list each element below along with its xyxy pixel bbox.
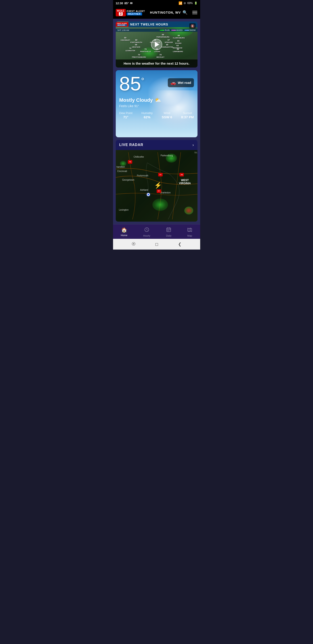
logo-first-alert: FIRST ALERT — [127, 10, 145, 12]
android-back-button[interactable]: ❮ — [178, 242, 181, 247]
svg-rect-6 — [170, 230, 170, 230]
system-nav-bar: ⦿ ◻ ❮ — [113, 239, 200, 250]
video-title: NEXT TWELVE HOURS — [130, 22, 168, 26]
nav-hourly-label: Hourly — [143, 234, 150, 237]
logo-weather: WEATHER — [127, 12, 142, 16]
android-home-button[interactable]: ◻ — [155, 242, 158, 247]
nav-daily-label: Daily — [166, 234, 171, 237]
battery-icon: 🔋 — [194, 2, 198, 5]
volume-icon[interactable]: 🔇 — [189, 23, 196, 28]
temp-number: 85 — [119, 72, 141, 94]
video-legend: RAIN MIXED SNOW — [160, 29, 196, 31]
logo-channel-number: 3 — [119, 12, 123, 16]
stat-wind: Wind SSW 6 — [162, 111, 172, 119]
location-text: HUNTINGTON, WV — [150, 11, 181, 14]
radar-city-chillicothe: Chillicothe — [134, 156, 144, 158]
radar-city-lexington: Lexington — [119, 209, 128, 211]
highway-77-north: 77 — [158, 173, 163, 176]
video-first-alert-badge: FIRST ALERT WEATHER — [116, 22, 128, 26]
legend-mixed: MIXED — [171, 29, 183, 31]
play-triangle — [155, 42, 159, 47]
feels-like: Feels Like 91° — [119, 104, 194, 108]
weather-card: 85° 🚗 Wet road Mostly Cloudy ⛅ Feels Lik… — [116, 70, 198, 137]
app-header: WSAZ 3 FIRST ALERT WEATHER HUNTINGTON, W… — [113, 6, 200, 19]
logo-wsaz-text: WSAZ — [117, 10, 124, 12]
legend-rain-label: RAIN — [165, 29, 170, 31]
wet-road-badge: 🚗 Wet road — [168, 78, 194, 87]
temperature-display: 85° — [119, 74, 144, 94]
menu-button[interactable] — [192, 11, 197, 14]
radar-city-georgetown: Georgetown — [122, 179, 134, 181]
lightning-icon: ⚡ — [154, 182, 162, 189]
nav-map[interactable]: Map — [184, 226, 196, 238]
svg-rect-2 — [167, 230, 168, 230]
wind-value: SSW 6 — [162, 115, 172, 119]
precip-blob-4 — [184, 206, 193, 214]
highway-77-south: 77 — [157, 190, 161, 193]
map-icon — [187, 227, 192, 234]
status-right: 📶 ⊘ 69% 🔋 — [179, 1, 197, 5]
radar-title: LIVE RADAR — [119, 143, 143, 147]
menu-line-2 — [192, 12, 197, 13]
highway-79: 79 — [179, 173, 184, 176]
video-time: SAT 1:00 AM — [117, 29, 129, 31]
condition-text: Mostly Cloudy — [119, 97, 153, 103]
west-virginia-label: WESTVIRGINIA — [179, 179, 191, 185]
legend-snow-label: SNOW — [189, 29, 196, 31]
svg-rect-5 — [168, 230, 169, 231]
dew-point-label: Dew Point — [119, 111, 132, 115]
precip-blob-3 — [152, 198, 168, 211]
wind-label: Wind — [162, 111, 172, 115]
humidity-value: 62% — [141, 115, 153, 119]
radar-card: LIVE RADAR › — [116, 140, 198, 222]
nav-daily[interactable]: Daily — [162, 226, 175, 238]
highway-71: 71 — [128, 160, 132, 164]
do-not-disturb-icon: ⊘ — [184, 2, 186, 5]
hourly-icon — [144, 227, 149, 234]
legend-mixed-label: MIXED — [176, 29, 183, 31]
svg-rect-3 — [168, 230, 169, 230]
location-display: HUNTINGTON, WV 🔍 — [150, 10, 187, 15]
video-wrapper[interactable]: 69CINCINNATI 69PARKERSBURG 66CLARKSBURG … — [116, 22, 198, 68]
weather-bottom: Mostly Cloudy ⛅ Feels Like 91° Dew Point… — [116, 95, 198, 122]
temperature-value: 85° — [119, 72, 144, 94]
stat-humidity: Humidity 62% — [141, 111, 153, 119]
radar-city-mc: Mc — [194, 152, 197, 154]
menu-line-1 — [192, 11, 197, 12]
legend-snow-color — [185, 30, 189, 31]
nav-home-label: Home — [121, 234, 127, 236]
legend-snow: SNOW — [185, 29, 196, 31]
sunset-value: 8:37 PM — [181, 115, 194, 119]
nav-hourly[interactable]: Hourly — [140, 226, 154, 238]
video-badge-top: FIRST ALERT — [117, 23, 127, 24]
legend-rain-color — [160, 30, 164, 31]
condition-icon: ⛅ — [155, 97, 161, 103]
status-time: 12:30 — [116, 2, 123, 5]
radar-city-hamilton: hamilton — [116, 166, 125, 168]
battery-percent: 69% — [187, 2, 193, 5]
android-menu-button[interactable]: ⦿ — [132, 242, 136, 246]
stat-dew-point: Dew Point 71° — [119, 111, 132, 119]
status-bar: 12:30 85° ✉ 📶 ⊘ 69% 🔋 — [113, 0, 200, 6]
wifi-icon: 📶 — [179, 1, 182, 5]
radar-map[interactable]: Chillicothe Parkersburg Cincinnati Georg… — [116, 150, 198, 222]
radar-header[interactable]: LIVE RADAR › — [116, 140, 198, 150]
legend-mixed-color — [171, 30, 176, 31]
humidity-label: Humidity — [141, 111, 153, 115]
status-left: 12:30 85° ✉ — [116, 2, 133, 5]
video-caption: Here is the weather for the next 12 hour… — [116, 60, 198, 68]
nav-home[interactable]: 🏠 Home — [117, 226, 131, 238]
video-subtitle-bar: SAT 1:00 AM RAIN MIXED SNOW — [116, 28, 198, 32]
play-button[interactable] — [151, 39, 162, 50]
weather-top: 85° 🚗 Wet road — [116, 70, 198, 95]
video-header: FIRST ALERT WEATHER NEXT TWELVE HOURS — [116, 22, 198, 27]
stat-sunset: Sunset 8:37 PM — [181, 111, 194, 119]
daily-icon — [166, 227, 171, 234]
bottom-navigation: 🏠 Home Hourly Daily — [113, 224, 200, 239]
radar-city-portsmouth: Portsmouth — [137, 174, 148, 177]
precip-blob-2 — [120, 161, 126, 166]
weather-stats: Dew Point 71° Humidity 62% Wind SSW 6 Su… — [119, 111, 194, 119]
radar-city-charleston: Charleston — [160, 192, 170, 194]
condition-row: Mostly Cloudy ⛅ — [119, 97, 194, 103]
search-button[interactable]: 🔍 — [183, 10, 187, 15]
